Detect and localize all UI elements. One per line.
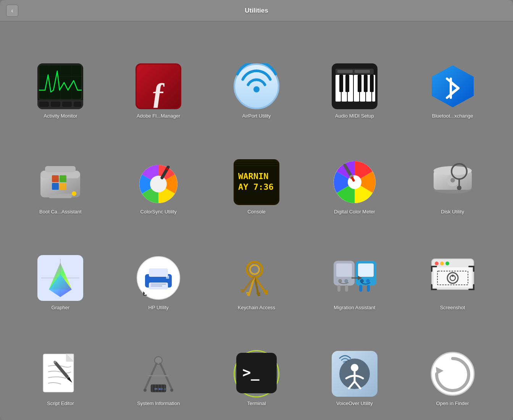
audio-midi-icon <box>332 63 377 109</box>
activity-monitor-label: Activity Monitor <box>44 113 77 120</box>
bluetooth-icon <box>430 63 476 109</box>
app-item-disk-utility[interactable]: Disk Utility <box>403 125 502 221</box>
back-chevron-icon: ‹ <box>11 7 13 14</box>
svg-rect-26 <box>345 75 349 92</box>
app-item-console[interactable]: WARNIN AY 7:36 Console <box>208 125 306 221</box>
airport-utility-label: AirPort Utility <box>242 113 271 120</box>
svg-point-16 <box>253 86 260 92</box>
svg-point-131 <box>170 389 173 392</box>
hp-utility-label: HP Utility <box>148 305 169 311</box>
svg-point-83 <box>250 265 259 274</box>
app-item-voiceover-utility[interactable]: VoiceOver Utility <box>305 317 403 412</box>
svg-rect-31 <box>337 70 353 73</box>
svg-rect-40 <box>60 183 66 190</box>
bluetooth-label: Bluetoot...xchange <box>432 113 473 120</box>
system-information-icon: RM-NCE-1 <box>136 351 181 397</box>
svg-rect-79 <box>166 276 169 279</box>
app-grid: Activity Monitor ƒ Adobe <box>0 21 513 420</box>
svg-rect-115 <box>434 267 472 287</box>
app-item-activity-monitor[interactable]: Activity Monitor <box>11 29 110 125</box>
svg-rect-53 <box>235 163 278 164</box>
svg-point-119 <box>452 275 454 277</box>
open-in-finder-icon <box>430 351 476 397</box>
screenshot-label: Screenshot <box>440 305 465 311</box>
app-item-audio-midi[interactable]: Audio MIDI Setup <box>305 29 403 125</box>
svg-rect-39 <box>52 183 59 190</box>
svg-rect-101 <box>358 263 374 277</box>
keychain-access-label: Keychain Access <box>238 305 275 311</box>
terminal-icon: >_ <box>234 351 279 397</box>
boot-camp-label: Boot Ca...Assistant <box>39 209 82 215</box>
digital-color-icon <box>332 159 377 205</box>
svg-text:RM-NCE-1: RM-NCE-1 <box>155 388 166 390</box>
svg-rect-38 <box>60 175 66 182</box>
app-item-hp-utility[interactable]: HP Utility <box>110 221 208 317</box>
svg-rect-95 <box>241 291 244 292</box>
svg-point-113 <box>440 262 444 265</box>
svg-rect-94 <box>240 289 244 291</box>
svg-rect-86 <box>265 292 268 294</box>
svg-rect-88 <box>256 292 260 294</box>
app-item-boot-camp[interactable]: Boot Ca...Assistant <box>11 125 110 221</box>
app-item-digital-color[interactable]: Digital Color Meter <box>305 125 403 221</box>
digital-color-label: Digital Color Meter <box>334 209 375 215</box>
window-title: Utilities <box>245 7 268 15</box>
svg-rect-52 <box>235 161 278 162</box>
grapher-icon <box>37 255 83 301</box>
svg-rect-11 <box>74 102 81 107</box>
back-button[interactable]: ‹ <box>6 5 18 17</box>
activity-monitor-icon <box>37 63 83 109</box>
svg-point-102 <box>360 279 364 283</box>
app-item-terminal[interactable]: >_ Terminal <box>208 317 306 412</box>
console-icon: WARNIN AY 7:36 <box>234 159 279 205</box>
system-information-label: System Information <box>137 401 180 407</box>
app-item-grapher[interactable]: Grapher <box>11 221 110 317</box>
svg-text:ƒ: ƒ <box>151 76 166 109</box>
svg-rect-32 <box>355 70 370 73</box>
app-item-keychain-access[interactable]: Keychain Access <box>208 221 306 317</box>
svg-rect-41 <box>49 194 72 198</box>
svg-point-45 <box>150 176 167 192</box>
app-item-adobe-flash[interactable]: ƒ Adobe Fl...Manager <box>110 29 208 125</box>
colorsync-icon <box>136 159 181 205</box>
svg-rect-10 <box>62 102 72 107</box>
app-item-open-in-finder[interactable]: Open in Finder <box>403 317 502 412</box>
disk-utility-icon <box>430 159 476 205</box>
svg-text:AY 7:36: AY 7:36 <box>238 182 274 192</box>
hp-utility-icon <box>136 255 181 301</box>
adobe-flash-icon: ƒ <box>136 63 181 109</box>
app-item-bluetooth[interactable]: Bluetoot...xchange <box>403 29 502 125</box>
app-item-script-editor[interactable]: Script Editor <box>11 317 110 412</box>
svg-marker-33 <box>432 65 474 107</box>
svg-rect-108 <box>345 285 348 292</box>
svg-rect-75 <box>149 268 168 277</box>
adobe-flash-label: Adobe Fl...Manager <box>137 113 180 120</box>
svg-rect-85 <box>263 290 268 292</box>
app-item-screenshot[interactable]: Screenshot <box>403 221 502 317</box>
app-item-migration-assistant[interactable]: Migration Assistant <box>305 221 403 317</box>
console-label: Console <box>247 209 266 215</box>
voiceover-utility-icon <box>332 351 377 397</box>
app-item-airport-utility[interactable]: AirPort Utility <box>208 29 306 125</box>
svg-rect-25 <box>339 75 343 92</box>
svg-rect-37 <box>52 175 59 182</box>
svg-rect-9 <box>51 102 60 107</box>
svg-text:WARNIN: WARNIN <box>238 171 268 181</box>
app-item-system-information[interactable]: RM-NCE-1 System Information <box>110 317 208 412</box>
utilities-window: ‹ Utilities <box>0 0 513 420</box>
svg-point-130 <box>144 389 147 392</box>
svg-point-64 <box>450 178 455 183</box>
svg-point-103 <box>366 279 370 283</box>
audio-midi-label: Audio MIDI Setup <box>335 113 374 120</box>
svg-rect-92 <box>247 294 250 296</box>
svg-point-114 <box>445 262 449 265</box>
screenshot-icon <box>430 255 476 301</box>
migration-assistant-label: Migration Assistant <box>334 305 375 311</box>
svg-rect-91 <box>246 292 250 294</box>
svg-point-98 <box>338 279 342 283</box>
app-item-colorsync[interactable]: ColorSync Utility <box>110 125 208 221</box>
disk-utility-label: Disk Utility <box>441 209 464 215</box>
svg-rect-78 <box>151 286 162 286</box>
svg-point-99 <box>344 279 348 283</box>
svg-point-67 <box>457 186 461 190</box>
